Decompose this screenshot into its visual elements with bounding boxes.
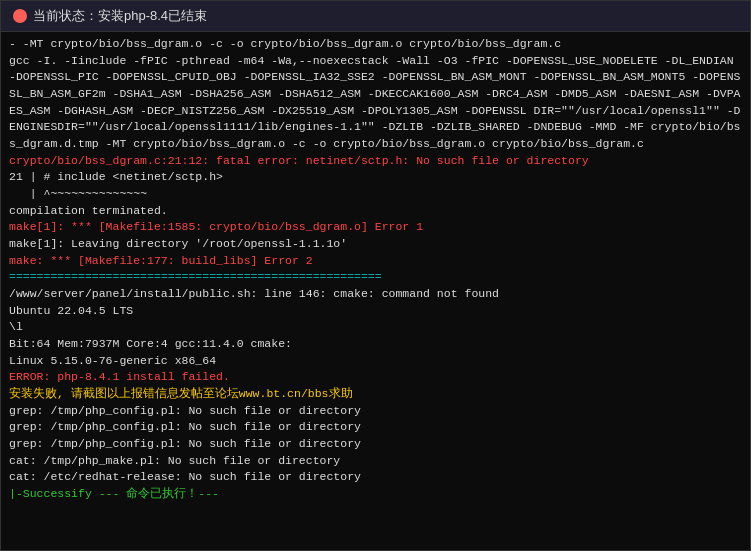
close-icon[interactable] (13, 9, 27, 23)
terminal-line: ========================================… (9, 269, 742, 286)
window-title: 当前状态：安装php-8.4已结束 (33, 7, 207, 25)
terminal-line: gcc -I. -Iinclude -fPIC -pthread -m64 -W… (9, 53, 742, 153)
terminal-line: ERROR: php-8.4.1 install failed. (9, 369, 742, 386)
title-bar: 当前状态：安装php-8.4已结束 (1, 1, 750, 32)
terminal-body[interactable]: - -MT crypto/bio/bss_dgram.o -c -o crypt… (1, 32, 750, 550)
terminal-line: make[1]: Leaving directory '/root/openss… (9, 236, 742, 253)
terminal-line: |-Successify --- 命令已执行！--- (9, 486, 742, 503)
terminal-line: cat: /etc/redhat-release: No such file o… (9, 469, 742, 486)
terminal-line: cat: /tmp/php_make.pl: No such file or d… (9, 453, 742, 470)
terminal-line: make: *** [Makefile:177: build_libs] Err… (9, 253, 742, 270)
terminal-line: Linux 5.15.0-76-generic x86_64 (9, 353, 742, 370)
terminal-line: crypto/bio/bss_dgram.c:21:12: fatal erro… (9, 153, 742, 170)
terminal-line: Ubuntu 22.04.5 LTS (9, 303, 742, 320)
terminal-line: compilation terminated. (9, 203, 742, 220)
terminal-output: - -MT crypto/bio/bss_dgram.o -c -o crypt… (9, 36, 742, 503)
terminal-line: grep: /tmp/php_config.pl: No such file o… (9, 403, 742, 420)
terminal-line: /www/server/panel/install/public.sh: lin… (9, 286, 742, 303)
terminal-line: | ^~~~~~~~~~~~~~~ (9, 186, 742, 203)
terminal-line: 21 | # include <netinet/sctp.h> (9, 169, 742, 186)
terminal-line: make[1]: *** [Makefile:1585: crypto/bio/… (9, 219, 742, 236)
terminal-line: - -MT crypto/bio/bss_dgram.o -c -o crypt… (9, 36, 742, 53)
terminal-line: grep: /tmp/php_config.pl: No such file o… (9, 419, 742, 436)
terminal-line: \l (9, 319, 742, 336)
terminal-line: Bit:64 Mem:7937M Core:4 gcc:11.4.0 cmake… (9, 336, 742, 353)
terminal-line: 安装失败, 请截图以上报错信息发帖至论坛www.bt.cn/bbs求助 (9, 386, 742, 403)
terminal-window: 当前状态：安装php-8.4已结束 - -MT crypto/bio/bss_d… (0, 0, 751, 551)
terminal-line: grep: /tmp/php_config.pl: No such file o… (9, 436, 742, 453)
